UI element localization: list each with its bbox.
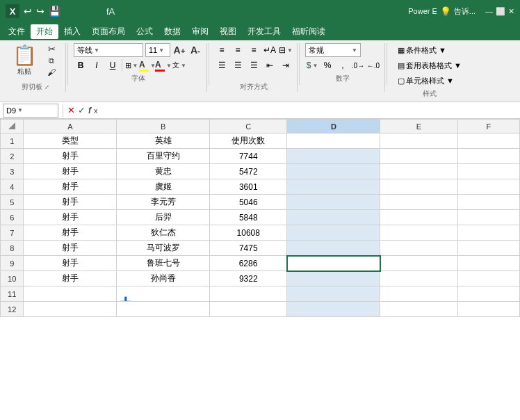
cell-c8[interactable]: 7475	[210, 241, 287, 256]
cell-b10[interactable]: 孙尚香	[117, 271, 210, 286]
cell-c6[interactable]: 5848	[210, 210, 287, 225]
cell-c10[interactable]: 9322	[210, 271, 287, 286]
cell-d6[interactable]	[287, 210, 380, 225]
name-box[interactable]: D9 ▼	[3, 104, 58, 118]
cell-a3[interactable]: 射手	[24, 164, 117, 179]
copy-button[interactable]: ⧉	[42, 55, 61, 66]
lightbulb-icon[interactable]: 💡	[440, 6, 451, 17]
restore-btn[interactable]: ⬜	[496, 7, 505, 16]
align-bottom-btn[interactable]: ≡	[247, 43, 261, 57]
percent-btn[interactable]: %	[320, 58, 334, 72]
decrease-font-button[interactable]: A-	[188, 43, 202, 57]
formula-input[interactable]	[101, 104, 518, 118]
cell-e8[interactable]	[380, 241, 457, 256]
save-icon[interactable]: 💾	[49, 6, 60, 17]
cell-e9[interactable]	[380, 256, 457, 271]
row-header-7[interactable]: 7	[1, 225, 24, 241]
cell-b6[interactable]: 后羿	[117, 210, 210, 225]
row-header-5[interactable]: 5	[1, 195, 24, 210]
cell-a8[interactable]: 射手	[24, 241, 117, 256]
paste-button[interactable]: 📋 粘贴	[10, 43, 39, 79]
decrease-decimal-btn[interactable]: ←.0	[366, 58, 380, 72]
row-header-2[interactable]: 2	[1, 149, 24, 164]
cell-f1[interactable]	[457, 134, 519, 149]
cell-c5[interactable]: 5046	[210, 195, 287, 210]
menu-page-layout[interactable]: 页面布局	[86, 24, 131, 39]
conditional-format-btn[interactable]: ▦ 条件格式 ▼	[393, 43, 466, 57]
cell-c9[interactable]: 6286	[210, 256, 287, 271]
increase-decimal-btn[interactable]: .0→	[351, 58, 365, 72]
cell-f3[interactable]	[457, 164, 519, 179]
row-header-9[interactable]: 9	[1, 256, 24, 271]
italic-button[interactable]: I	[90, 58, 104, 72]
cell-e4[interactable]	[380, 179, 457, 195]
row-header-12[interactable]: 12	[1, 302, 24, 317]
cell-d9[interactable]	[287, 256, 380, 271]
cell-a10[interactable]: 射手	[24, 271, 117, 286]
menu-file[interactable]: 文件	[3, 24, 31, 39]
comma-btn[interactable]: ,	[336, 58, 350, 72]
cell-a12[interactable]	[24, 302, 117, 317]
cell-b9[interactable]: 鲁班七号	[117, 256, 210, 271]
insert-function-icon[interactable]: f	[88, 106, 91, 115]
cell-b12[interactable]	[117, 302, 210, 317]
cell-c7[interactable]: 10608	[210, 225, 287, 241]
cell-c2[interactable]: 7744	[210, 149, 287, 164]
cell-b4[interactable]: 虞姬	[117, 179, 210, 195]
cell-c11[interactable]	[210, 286, 287, 302]
col-header-f[interactable]: F	[457, 120, 519, 134]
cell-d11[interactable]	[287, 286, 380, 302]
cell-d1[interactable]	[287, 134, 380, 149]
cell-a4[interactable]: 射手	[24, 179, 117, 195]
cell-f11[interactable]	[457, 286, 519, 302]
align-left-btn[interactable]: ☰	[215, 58, 229, 72]
align-right-btn[interactable]: ☰	[247, 58, 261, 72]
close-btn[interactable]: ✕	[508, 7, 514, 16]
cell-d7[interactable]	[287, 225, 380, 241]
cell-e2[interactable]	[380, 149, 457, 164]
align-middle-btn[interactable]: ≡	[231, 43, 245, 57]
col-header-d[interactable]: D	[287, 120, 380, 134]
cell-b8[interactable]: 马可波罗	[117, 241, 210, 256]
number-format-selector[interactable]: 常规 ▼	[305, 43, 361, 57]
menu-home[interactable]: 开始	[31, 24, 58, 39]
cell-b7[interactable]: 狄仁杰	[117, 225, 210, 241]
undo-icon[interactable]: ↩	[24, 6, 32, 17]
menu-data[interactable]: 数据	[159, 24, 186, 39]
menu-view[interactable]: 视图	[214, 24, 242, 39]
font-size-selector[interactable]: 11 ▼	[145, 43, 170, 57]
cell-e6[interactable]	[380, 210, 457, 225]
minimize-btn[interactable]: —	[485, 7, 493, 15]
border-button[interactable]: ⊞▼	[124, 58, 138, 72]
cell-d10[interactable]	[287, 271, 380, 286]
cell-b2[interactable]: 百里守约	[117, 149, 210, 164]
cell-b11[interactable]: ✛	[117, 286, 210, 302]
menu-formula[interactable]: 公式	[131, 24, 159, 39]
merge-btn[interactable]: ⊟▼	[279, 43, 293, 57]
row-header-11[interactable]: 11	[1, 286, 24, 302]
cell-b1[interactable]: 英雄	[117, 134, 210, 149]
cell-a7[interactable]: 射手	[24, 225, 117, 241]
menu-insert[interactable]: 插入	[58, 24, 86, 39]
cell-a11[interactable]	[24, 286, 117, 302]
format-paint-button[interactable]: 🖌	[42, 67, 61, 78]
cell-e10[interactable]	[380, 271, 457, 286]
cell-f10[interactable]	[457, 271, 519, 286]
wen-button[interactable]: 文▼	[172, 58, 186, 72]
row-header-6[interactable]: 6	[1, 210, 24, 225]
cell-a2[interactable]: 射手	[24, 149, 117, 164]
cell-a9[interactable]: 射手	[24, 256, 117, 271]
cell-style-btn[interactable]: ▢ 单元格样式 ▼	[393, 74, 466, 88]
cell-a1[interactable]: 类型	[24, 134, 117, 149]
cell-d8[interactable]	[287, 241, 380, 256]
decrease-indent-btn[interactable]: ⇤	[263, 58, 277, 72]
align-top-btn[interactable]: ≡	[215, 43, 229, 57]
wrap-text-btn[interactable]: ↵A	[263, 43, 277, 57]
table-style-btn[interactable]: ▤ 套用表格格式 ▼	[393, 58, 466, 72]
cell-c1[interactable]: 使用次数	[210, 134, 287, 149]
redo-icon[interactable]: ↪	[36, 6, 44, 17]
cell-d3[interactable]	[287, 164, 380, 179]
row-header-4[interactable]: 4	[1, 179, 24, 195]
row-header-10[interactable]: 10	[1, 271, 24, 286]
menu-foxit[interactable]: 福昕阅读	[286, 24, 331, 39]
